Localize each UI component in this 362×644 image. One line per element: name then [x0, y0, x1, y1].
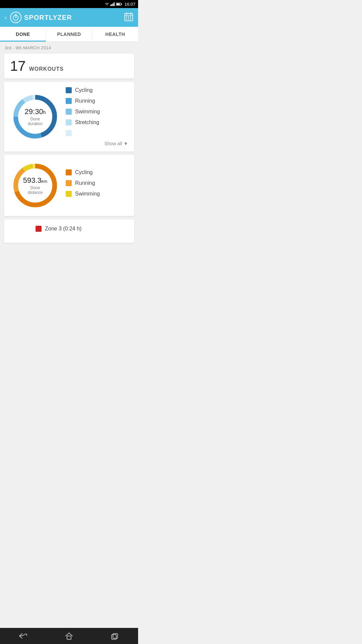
legend-item-swimming: Swimming: [66, 109, 128, 115]
duration-donut: 29:30h Done duration: [10, 92, 60, 142]
svg-point-35: [10, 221, 30, 241]
dist-legend-swimming: Swimming: [66, 191, 128, 197]
tab-planned[interactable]: PLANNED: [46, 27, 92, 42]
duration-legend: Cycling Running Swimming Stretching Show…: [66, 87, 128, 146]
svg-rect-5: [121, 3, 122, 5]
svg-rect-6: [117, 3, 120, 5]
svg-rect-3: [114, 2, 115, 6]
battery-icon: [116, 2, 122, 6]
distance-legend: Cycling Running Swimming: [66, 169, 128, 202]
duration-label: Done duration: [23, 117, 48, 126]
workouts-card: 17 WORKOUTS: [4, 54, 134, 78]
cycling-label: Cycling: [75, 87, 93, 93]
distance-center-text: 593.3km Done distance: [23, 176, 48, 195]
legend-item-stretching: Stretching: [66, 119, 128, 125]
running-color: [66, 98, 72, 104]
workout-number: 17: [10, 59, 26, 73]
zone3-color: [36, 226, 42, 232]
stopwatch-icon: [12, 14, 19, 21]
status-time: 16:07: [124, 2, 135, 7]
stretching-label: Stretching: [75, 119, 99, 125]
distance-donut: 593.3km Done distance: [10, 160, 60, 211]
calendar-button[interactable]: [124, 12, 133, 23]
legend-item-cycling: Cycling: [66, 87, 128, 93]
status-bar: 16:07: [0, 0, 138, 8]
zone-donut-svg: [10, 221, 30, 241]
workout-count-row: 17 WORKOUTS: [10, 59, 128, 73]
wifi-icon: [105, 2, 109, 6]
dist-running-color: [66, 180, 72, 186]
svg-rect-1: [112, 4, 113, 6]
svg-rect-0: [110, 5, 111, 6]
distance-label: Done distance: [23, 185, 48, 195]
zone-legend: Zone 3 (0:24 h): [36, 226, 128, 236]
zone3-label: Zone 3 (0:24 h): [45, 226, 81, 232]
duration-center-text: 29:30h Done duration: [23, 107, 48, 126]
cycling-color: [66, 87, 72, 93]
svg-point-33: [10, 221, 30, 241]
workout-label: WORKOUTS: [29, 66, 64, 72]
stretching-color: [66, 119, 72, 125]
duration-chart-card: 29:30h Done duration Cycling Running Swi…: [4, 82, 134, 152]
distance-value: 593.3km: [23, 176, 48, 185]
dist-legend-running: Running: [66, 180, 128, 186]
dist-running-label: Running: [75, 180, 95, 186]
dist-legend-cycling: Cycling: [66, 169, 128, 175]
svg-rect-16: [126, 16, 127, 17]
app-header: ‹ SPORTLYZER: [0, 8, 138, 27]
back-chevron-icon[interactable]: ‹: [5, 14, 7, 21]
zone-legend-3: Zone 3 (0:24 h): [36, 226, 128, 232]
tab-health[interactable]: HEALTH: [92, 27, 138, 42]
status-icons: 16:07: [105, 2, 135, 7]
svg-rect-19: [126, 18, 127, 19]
show-all-text: Show all: [104, 141, 122, 146]
swimming-label: Swimming: [75, 109, 100, 115]
svg-point-34: [10, 221, 30, 241]
svg-rect-20: [128, 18, 129, 19]
chevron-down-icon: ▼: [123, 141, 128, 146]
show-all-row[interactable]: Show all ▼: [66, 141, 128, 146]
tabs-bar: DONE PLANNED HEALTH: [0, 27, 138, 42]
tab-done[interactable]: DONE: [0, 27, 46, 42]
duration-value: 29:30h: [23, 107, 48, 116]
distance-chart-card: 593.3km Done distance Cycling Running Sw…: [4, 155, 134, 216]
legend-item-other-small: [66, 130, 128, 136]
app-title: SPORTLYZER: [24, 14, 72, 21]
zone-card: Zone 3 (0:24 h): [4, 219, 134, 243]
svg-rect-18: [130, 16, 131, 17]
running-label: Running: [75, 98, 95, 104]
svg-rect-2: [113, 3, 114, 6]
header-left: ‹ SPORTLYZER: [5, 12, 72, 23]
other-color: [66, 130, 72, 136]
dist-cycling-color: [66, 169, 72, 175]
date-range: 3rd - 9th MARCH 2014: [0, 42, 138, 54]
logo-circle: [10, 12, 21, 23]
swimming-color: [66, 109, 72, 115]
zone-donut-partial: [10, 221, 30, 241]
svg-rect-17: [128, 16, 129, 17]
signal-icon: [110, 2, 115, 6]
dist-swimming-color: [66, 191, 72, 197]
dist-cycling-label: Cycling: [75, 169, 93, 175]
dist-swimming-label: Swimming: [75, 191, 100, 197]
calendar-icon: [124, 12, 133, 21]
svg-rect-21: [130, 18, 131, 19]
legend-item-running: Running: [66, 98, 128, 104]
